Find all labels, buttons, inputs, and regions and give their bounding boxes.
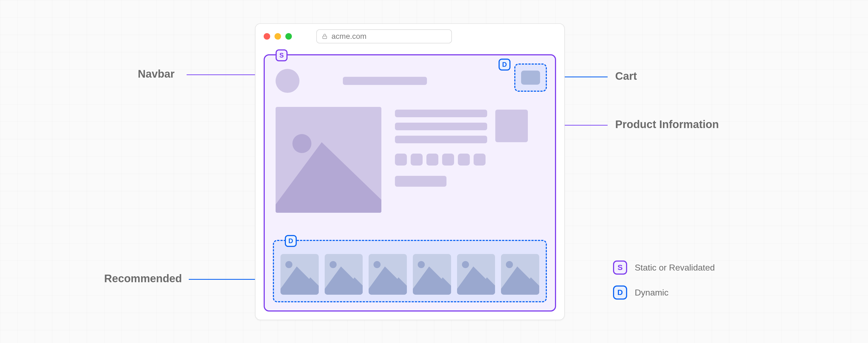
recommended-thumb (369, 254, 407, 295)
legend-text-dynamic: Dynamic (635, 288, 669, 298)
product-details (395, 107, 544, 224)
content-area: S D (264, 54, 556, 312)
legend-row-dynamic: D Dynamic (613, 285, 715, 300)
product-variant-row (395, 154, 544, 165)
thumb-mountain2-icon (341, 277, 363, 295)
label-recommended: Recommended (104, 273, 182, 285)
product-line-3 (395, 136, 487, 143)
label-navbar: Navbar (138, 68, 175, 80)
legend-tag-dynamic: D (613, 285, 627, 300)
product-image-placeholder (276, 107, 381, 213)
cart-placeholder (521, 70, 540, 85)
tag-dynamic-cart: D (499, 59, 510, 70)
thumb-mountain2-icon (473, 277, 495, 295)
legend-tag-static: S (613, 260, 627, 275)
thumb-mountain2-icon (429, 277, 451, 295)
navbar-title-placeholder (343, 77, 427, 85)
label-cart: Cart (615, 70, 637, 82)
url-text: acme.com (332, 32, 367, 41)
variant-pill (458, 154, 470, 165)
recommended-thumb (457, 254, 495, 295)
variant-pill (426, 154, 438, 165)
browser-window: acme.com S D (255, 23, 565, 320)
product-line-2 (395, 123, 487, 130)
traffic-lights (264, 33, 292, 40)
tag-static: S (276, 50, 287, 61)
connector-recommended (189, 279, 255, 280)
svg-rect-0 (323, 36, 327, 38)
legend: S Static or Revalidated D Dynamic (613, 260, 715, 300)
variant-pill (474, 154, 486, 165)
product-line-1 (395, 110, 487, 117)
legend-row-static: S Static or Revalidated (613, 260, 715, 275)
logo-placeholder (276, 69, 300, 93)
variant-pill (442, 154, 454, 165)
recommended-thumb (501, 254, 539, 295)
maximize-icon (285, 33, 292, 40)
tag-dynamic-recommended: D (285, 235, 297, 247)
product-side-box (495, 110, 528, 142)
variant-pill (395, 154, 407, 165)
recommended-thumb (280, 254, 319, 295)
titlebar: acme.com (255, 24, 564, 49)
navbar-skeleton (276, 67, 544, 94)
cart-region: D (514, 63, 547, 92)
thumb-mountain2-icon (385, 277, 407, 295)
image-mountain2-icon (314, 167, 381, 213)
minimize-icon (275, 33, 281, 40)
connector-product-info (565, 125, 608, 126)
label-product-info: Product Information (615, 118, 719, 130)
close-icon (264, 33, 270, 40)
product-cta-placeholder (395, 176, 446, 187)
legend-text-static: Static or Revalidated (635, 263, 715, 273)
thumb-mountain2-icon (517, 277, 539, 295)
static-region: S D (264, 54, 556, 312)
variant-pill (411, 154, 423, 165)
product-info-area (276, 107, 544, 224)
thumb-mountain2-icon (297, 277, 319, 295)
url-bar: acme.com (316, 29, 452, 43)
connector-navbar (187, 74, 255, 75)
recommended-thumb (413, 254, 451, 295)
recommended-thumb (325, 254, 363, 295)
recommended-region: D (273, 240, 547, 302)
connector-cart (565, 76, 608, 77)
diagram-stage: Navbar Recommended Cart Product Informat… (0, 0, 868, 343)
lock-icon (322, 33, 328, 39)
